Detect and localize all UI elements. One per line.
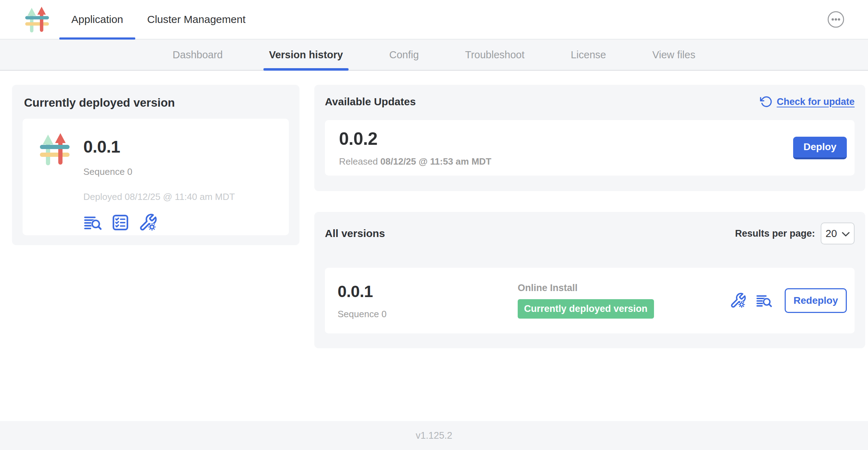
preflight-checks-button[interactable] — [111, 213, 130, 232]
edit-config-wrench-gear-icon — [730, 292, 747, 309]
top-nav: Application Cluster Management — [0, 0, 868, 40]
ellipsis-circle-icon — [827, 11, 845, 28]
deployed-version-number: 0.0.1 — [83, 137, 235, 156]
update-released-line: Released 08/12/25 @ 11:53 am MDT — [339, 156, 492, 167]
subtab-version-history-label: Version history — [269, 49, 343, 61]
check-for-update-label: Check for update — [777, 96, 855, 107]
subtab-dashboard[interactable]: Dashboard — [173, 40, 223, 70]
preflight-checklist-icon — [111, 213, 130, 232]
tab-application-label: Application — [71, 13, 123, 25]
redeploy-button[interactable]: Redeploy — [785, 288, 847, 313]
view-diff-button[interactable] — [756, 292, 773, 309]
app-logo — [36, 131, 73, 223]
diff-lines-search-icon — [756, 292, 773, 309]
subtab-config[interactable]: Config — [389, 40, 419, 70]
app-window: Application Cluster Management Dashboard… — [0, 0, 868, 450]
main-content: Currently deployed version 0.0.1 Sequenc… — [0, 71, 868, 421]
subtab-version-history[interactable]: Version history — [269, 40, 343, 70]
results-per-page: Results per page: 20 — [735, 223, 855, 244]
currently-deployed-title: Currently deployed version — [24, 96, 289, 109]
available-update-row: 0.0.2 Released 08/12/25 @ 11:53 am MDT D… — [325, 120, 855, 176]
all-versions-card: All versions Results per page: 20 0.0 — [314, 212, 865, 348]
currently-deployed-version-panel: 0.0.1 Sequence 0 Deployed 08/12/25 @ 11:… — [23, 119, 289, 235]
tab-cluster-management-label: Cluster Management — [147, 13, 245, 25]
released-prefix: Released — [339, 156, 380, 167]
edit-config-button[interactable] — [730, 292, 747, 309]
results-per-page-select[interactable]: 20 — [821, 223, 855, 244]
row-sequence: Sequence 0 — [338, 309, 518, 320]
deployed-timestamp: Deployed 08/12/25 @ 11:40 am MDT — [83, 191, 235, 202]
active-subtab-underline — [263, 68, 349, 71]
available-updates-title: Available Updates — [325, 96, 416, 108]
version-row: 0.0.1 Sequence 0 Online Install Currentl… — [325, 268, 855, 333]
version-row-actions: Redeploy — [730, 288, 847, 313]
app-subnav: Dashboard Version history Config Trouble… — [0, 40, 868, 71]
install-type-label: Online Install — [518, 283, 730, 294]
tab-cluster-management[interactable]: Cluster Management — [135, 0, 257, 39]
all-versions-title: All versions — [325, 227, 385, 239]
refresh-ccw-icon — [760, 95, 772, 108]
subtab-dashboard-label: Dashboard — [173, 49, 223, 61]
deploy-button[interactable]: Deploy — [793, 137, 847, 159]
subtab-view-files-label: View files — [652, 49, 695, 61]
results-per-page-label: Results per page: — [735, 228, 815, 239]
chevron-down-icon — [842, 232, 850, 237]
app-logo-icon — [22, 5, 52, 34]
diff-lines-search-icon — [83, 213, 102, 232]
edit-config-wrench-gear-icon — [138, 213, 157, 232]
console-version: v1.125.2 — [416, 430, 452, 441]
subtab-troubleshoot[interactable]: Troubleshoot — [465, 40, 524, 70]
subtab-troubleshoot-label: Troubleshoot — [465, 49, 524, 61]
tab-application[interactable]: Application — [59, 0, 135, 39]
subtab-license-label: License — [571, 49, 606, 61]
results-per-page-value: 20 — [826, 228, 837, 239]
subtab-license[interactable]: License — [571, 40, 606, 70]
deployed-sequence: Sequence 0 — [83, 166, 235, 177]
app-logo — [22, 0, 52, 39]
row-version-number: 0.0.1 — [338, 282, 518, 301]
edit-config-button[interactable] — [138, 213, 157, 232]
deployed-version-actions — [83, 213, 235, 232]
subtab-view-files[interactable]: View files — [652, 40, 695, 70]
currently-deployed-card: Currently deployed version 0.0.1 Sequenc… — [12, 85, 299, 245]
app-logo-icon — [36, 131, 73, 167]
overflow-menu-button[interactable] — [827, 11, 845, 28]
released-timestamp: 08/12/25 @ 11:53 am MDT — [380, 156, 491, 167]
update-version-number: 0.0.2 — [339, 129, 492, 149]
currently-deployed-badge: Currently deployed version — [518, 299, 654, 319]
check-for-update-link[interactable]: Check for update — [760, 95, 855, 108]
app-footer: v1.125.2 — [0, 421, 868, 450]
available-updates-card: Available Updates Check for update — [314, 85, 865, 191]
view-diff-button[interactable] — [83, 213, 102, 232]
subtab-config-label: Config — [389, 49, 419, 61]
top-tabs: Application Cluster Management — [59, 0, 257, 39]
active-tab-underline — [59, 37, 135, 40]
